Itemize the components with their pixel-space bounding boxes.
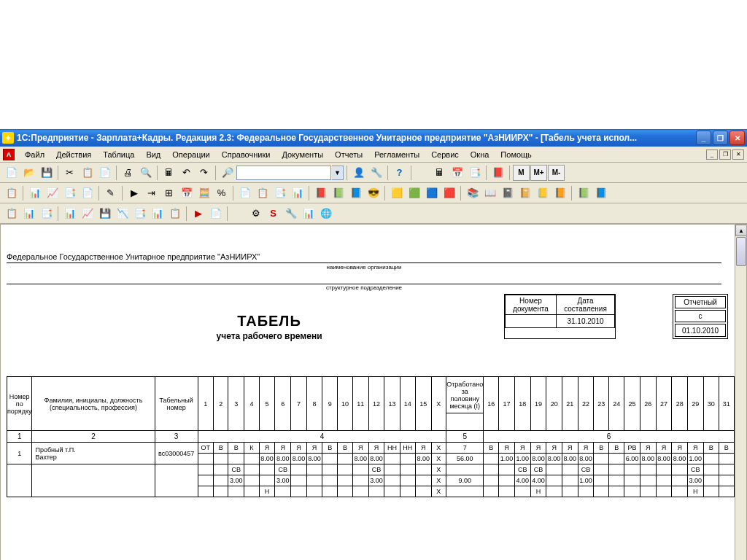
tb3-icon-15[interactable]: 🔧 (282, 206, 299, 222)
find-icon[interactable]: 🔎 (219, 165, 236, 181)
m-minus-button[interactable]: M- (548, 165, 565, 181)
tb2-icon-9[interactable]: ⊞ (160, 185, 177, 201)
tb2-icon-25[interactable]: 📚 (464, 185, 481, 201)
tb3-icon-13[interactable]: ⚙ (247, 206, 264, 222)
tb2-icon-3[interactable]: 📈 (44, 185, 61, 201)
tb2-icon-1[interactable]: 📋 (3, 185, 20, 201)
tb2-icon-16[interactable]: 📊 (289, 185, 306, 201)
cell: Я (275, 443, 291, 454)
tb3-icon-7[interactable]: 📉 (114, 206, 131, 222)
th-d25: 25 (624, 377, 640, 431)
tool-icon-a[interactable]: 👤 (350, 165, 367, 181)
tb2-icon-26[interactable]: 📖 (481, 185, 498, 201)
menu-documents[interactable]: Документы (276, 148, 329, 161)
tb3-icon-4[interactable]: 📊 (61, 206, 78, 222)
menu-reglaments[interactable]: Регламенты (368, 148, 425, 161)
mdi-close-button[interactable]: ✕ (732, 149, 744, 160)
tb3-icon-6[interactable]: 💾 (96, 206, 113, 222)
menu-windows[interactable]: Окна (465, 148, 495, 161)
tb2-icon-6[interactable]: ✎ (102, 185, 119, 201)
close-button[interactable]: ✕ (729, 131, 745, 145)
tb2-icon-29[interactable]: 📒 (534, 185, 551, 201)
redo-icon[interactable]: ↷ (196, 165, 212, 181)
menu-service[interactable]: Сервис (425, 148, 465, 161)
tb2-icon-15[interactable]: 📑 (271, 185, 288, 201)
cut-icon[interactable]: ✂ (61, 165, 78, 181)
search-input[interactable] (236, 166, 331, 180)
tb2-icon-2[interactable]: 📊 (26, 185, 43, 201)
tb2-icon-20[interactable]: 😎 (365, 185, 382, 201)
mdi-minimize-button[interactable]: _ (706, 149, 718, 160)
tb2-icon-19[interactable]: 📘 (347, 185, 364, 201)
tb2-icon-21[interactable]: 🟨 (388, 185, 405, 201)
tb2-icon-12[interactable]: % (213, 185, 230, 201)
scroll-thumb[interactable] (736, 237, 746, 266)
tb3-icon-1[interactable]: 📋 (3, 206, 20, 222)
tb2-icon-4[interactable]: 📑 (61, 185, 78, 201)
menu-view[interactable]: Вид (140, 148, 166, 161)
tb2-icon-18[interactable]: 📗 (330, 185, 347, 201)
tb2-icon-10[interactable]: 📅 (178, 185, 195, 201)
menu-actions[interactable]: Действия (50, 148, 97, 161)
tb3-icon-12[interactable]: 📄 (207, 206, 224, 222)
book-icon[interactable]: 📕 (489, 165, 506, 181)
tb2-icon-11[interactable]: 🧮 (196, 185, 212, 201)
calendar-icon[interactable]: 📅 (449, 165, 465, 181)
paste-icon[interactable]: 📄 (96, 165, 113, 181)
tb2-icon-17[interactable]: 📕 (312, 185, 329, 201)
tb3-icon-11[interactable]: ▶ (190, 206, 206, 222)
open-icon[interactable]: 📂 (20, 165, 37, 181)
mdi-restore-button[interactable]: ❐ (719, 149, 731, 160)
menu-operations[interactable]: Операции (166, 148, 215, 161)
menu-file[interactable]: Файл (19, 148, 50, 161)
calc-icon[interactable]: 🖩 (160, 165, 177, 181)
help-icon[interactable]: ? (391, 165, 408, 181)
tb3-icon-14[interactable]: S (265, 206, 282, 222)
print-icon[interactable]: 🖨 (120, 165, 136, 181)
tb3-icon-10[interactable]: 📋 (166, 206, 183, 222)
cell: СВ (368, 464, 384, 475)
cell: Я (562, 443, 578, 454)
tb2-icon-23[interactable]: 🟦 (423, 185, 440, 201)
copy-icon[interactable]: 📋 (79, 165, 96, 181)
tb2-icon-5[interactable]: 📄 (79, 185, 96, 201)
preview-icon[interactable]: 🔍 (137, 165, 154, 181)
tb2-icon-22[interactable]: 🟩 (406, 185, 422, 201)
m-plus-button[interactable]: M+ (530, 165, 547, 181)
new-icon[interactable]: 📄 (3, 165, 20, 181)
maximize-button[interactable]: ❐ (713, 131, 728, 145)
menu-directories[interactable]: Справочники (216, 148, 276, 161)
tb2-icon-13[interactable]: 📄 (236, 185, 253, 201)
calc2-icon[interactable]: 🖩 (431, 165, 448, 181)
tb3-icon-2[interactable]: 📊 (20, 206, 37, 222)
tb2-icon-28[interactable]: 📔 (516, 185, 533, 201)
minimize-button[interactable]: _ (696, 131, 711, 145)
tb2-icon-24[interactable]: 🟥 (441, 185, 457, 201)
tb3-icon-16[interactable]: 📊 (300, 206, 317, 222)
tb2-icon-8[interactable]: ⇥ (143, 185, 160, 201)
save-icon[interactable]: 💾 (38, 165, 55, 181)
props-icon[interactable]: 📑 (466, 165, 483, 181)
tb2-icon-32[interactable]: 📘 (592, 185, 609, 201)
row-num (7, 464, 32, 497)
search-dropdown-icon[interactable]: ▼ (332, 166, 344, 180)
tb2-icon-30[interactable]: 📙 (551, 185, 568, 201)
cell (213, 486, 228, 497)
vertical-scrollbar[interactable]: ▲ (735, 225, 746, 560)
tb3-icon-17[interactable]: 🌐 (317, 206, 334, 222)
menu-help[interactable]: Помощь (495, 148, 538, 161)
tb3-icon-9[interactable]: 📊 (149, 206, 166, 222)
tb2-icon-27[interactable]: 📓 (499, 185, 516, 201)
tb2-icon-31[interactable]: 📗 (575, 185, 592, 201)
menu-reports[interactable]: Отчеты (329, 148, 368, 161)
undo-icon[interactable]: ↶ (178, 165, 195, 181)
tb3-icon-8[interactable]: 📑 (131, 206, 148, 222)
m-button[interactable]: M (513, 165, 530, 181)
tb2-icon-7[interactable]: ▶ (125, 185, 142, 201)
menu-table[interactable]: Таблица (97, 148, 140, 161)
scroll-up-icon[interactable]: ▲ (735, 225, 747, 236)
tb3-icon-3[interactable]: 📑 (38, 206, 55, 222)
tool-icon-b[interactable]: 🔧 (368, 165, 384, 181)
tb3-icon-5[interactable]: 📈 (79, 206, 96, 222)
tb2-icon-14[interactable]: 📋 (254, 185, 271, 201)
